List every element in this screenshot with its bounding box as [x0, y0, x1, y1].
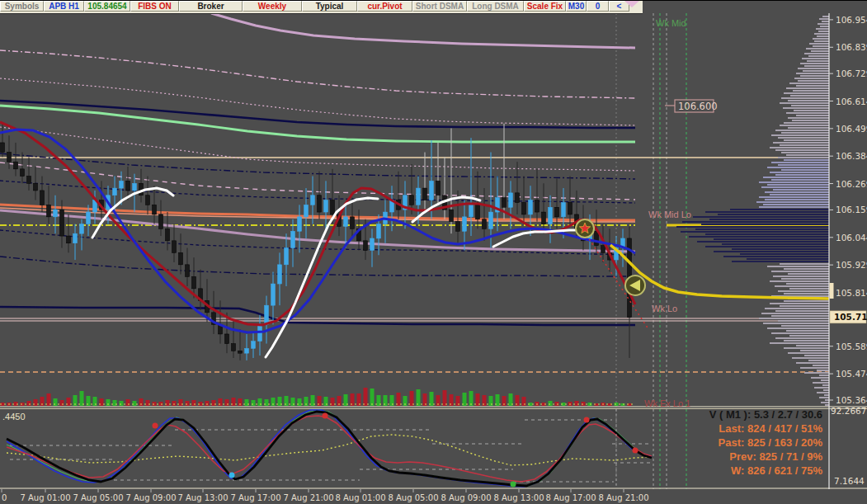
time-tick-label: 7 Aug 13:00 [177, 493, 228, 502]
time-tick-label: 8 Aug 09:00 [441, 493, 491, 502]
volume-info-panel: V ( M1 ): 5.3 / 2.7 / 30.6Last: 824 / 41… [709, 408, 823, 477]
wk-mid-lo-label: Wk Mid Lo [648, 210, 691, 219]
yellow-ma-price-marker [830, 283, 834, 299]
price-tick-label: 106.269 [836, 179, 867, 189]
toolbar-button-long-dsma[interactable]: Long DSMA [467, 1, 524, 12]
toolbar-button-cur-pivot[interactable]: cur.Pivot [357, 1, 412, 12]
price-tick-label: 106.044 [836, 233, 867, 243]
time-tick-label: 7 Aug 05:00 [73, 493, 123, 502]
volume-profile-histogram [676, 16, 829, 406]
volume-bars [0, 388, 635, 406]
time-tick-label: 8 Aug 21:00 [598, 493, 648, 502]
toolbar-button-0[interactable]: 0 [587, 1, 609, 12]
toolbar-button-symbols[interactable]: Symbols [0, 1, 44, 12]
pink-triangle-marker [624, 1, 639, 7]
toolbar-button-short-dsma[interactable]: Short DSMA [412, 1, 467, 12]
time-tick-label: 7 Aug 09:00 [125, 493, 176, 502]
info-line: Prev: 825 / 71 / 9% [729, 450, 822, 463]
info-line: Last: 824 / 417 / 51% [719, 422, 822, 435]
time-tick-label: 8 Aug 13:00 [493, 493, 544, 502]
wk-mid-label: Wk Mid [656, 18, 686, 28]
price-tick-label: 106.839 [836, 42, 867, 52]
price-tick-label: 105.814 [836, 288, 867, 298]
toolbar-button-typical[interactable]: Typical [302, 1, 357, 12]
price-tick-label: 105.589 [836, 341, 867, 351]
toolbar-button-apb-h1[interactable]: APB H1 [44, 1, 84, 12]
toolbar-button-scale-fix[interactable]: Scale Fix [524, 1, 566, 12]
chart-area[interactable]: 106.954106.839106.729106.614106.499106.3… [0, 1, 867, 504]
wk-lo-label: Wk Lo [652, 304, 677, 313]
price-axis[interactable]: 106.954106.839106.729106.614106.499106.3… [829, 13, 867, 489]
price-tick-label: 106.384 [836, 151, 867, 161]
price-tick-label: 105.364 [836, 395, 867, 405]
price-tick-label: 106.614 [836, 97, 867, 106]
toolbar-button-broker[interactable]: Broker [179, 1, 243, 12]
time-axis[interactable]: 07 Aug 01:007 Aug 05:007 Aug 09:007 Aug … [2, 489, 649, 502]
price-tick-label: 106.729 [836, 68, 867, 78]
time-tick-label: 8 Aug 17:00 [545, 493, 596, 502]
price-tick-label: 105.474 [836, 369, 867, 379]
toolbar-button-105-84654[interactable]: 105.84654 [84, 1, 130, 12]
toolbar: SymbolsAPB H1105.84654FIBS ONBrokerWeekl… [0, 1, 643, 14]
time-tick-label: 7 Aug 17:00 [230, 493, 280, 502]
wk-ex-lo-label: Wk Ex Lo 1 [644, 398, 690, 408]
price-tick-label: 106.499 [836, 124, 867, 134]
time-tick-label: 8 Aug 05:00 [388, 493, 438, 502]
time-tick-label: 8 Aug 01:00 [335, 493, 385, 502]
indicator-bands [0, 13, 635, 325]
weekly-level-lines [0, 158, 829, 372]
oscillator-pane[interactable] [7, 409, 652, 488]
toolbar-button-fibs-on[interactable]: FIBS ON [130, 1, 179, 12]
time-tick-label: 0 [2, 493, 7, 502]
trading-terminal-window: SymbolsAPB H1105.84654FIBS ONBrokerWeekl… [0, 0, 867, 504]
price-tick-label: 105.929 [836, 260, 867, 270]
time-tick-label: 7 Aug 01:00 [20, 493, 70, 502]
time-tick-label: 7 Aug 21:00 [283, 493, 333, 502]
toolbar-button-m30[interactable]: M30 [566, 1, 587, 12]
info-line: Past: 825 / 163 / 20% [719, 436, 823, 449]
price-tick-label: 106.159 [836, 205, 867, 214]
oscillator-scale-label: 7.1644 [834, 476, 865, 486]
info-line: V ( M1 ): 5.3 / 2.7 / 30.6 [709, 408, 822, 421]
oscillator-scale-label: 92.2667 [831, 406, 866, 416]
current-price-label: 105.711 [834, 312, 867, 322]
price-callout-label: 106.600 [678, 101, 718, 112]
oscillator-value-label: .4450 [2, 412, 26, 422]
toolbar-button-weekly[interactable]: Weekly [243, 1, 302, 12]
price-tick-label: 106.954 [836, 15, 867, 25]
info-line: W: 826 / 621 / 75% [731, 464, 822, 477]
